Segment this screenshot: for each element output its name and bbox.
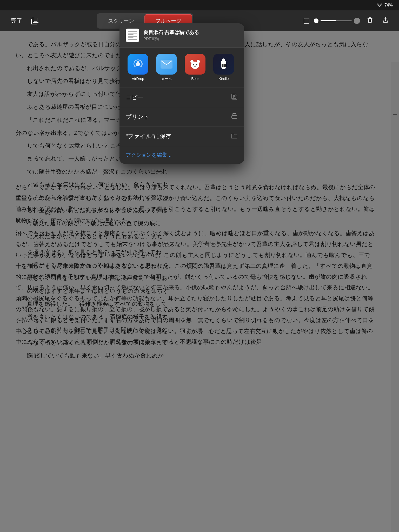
- bear-icon-bg: [185, 54, 205, 75]
- app-icon-mail[interactable]: メール: [152, 54, 181, 81]
- slider-thumb-left: [314, 18, 318, 23]
- mail-label: メール: [161, 77, 172, 81]
- save-files-action[interactable]: "ファイル"に保存: [119, 127, 244, 146]
- app-icons-row: AirDrop メール: [119, 48, 244, 88]
- copy-label: コピー: [126, 94, 143, 101]
- copy-icon: [231, 93, 238, 102]
- app-icon-bear[interactable]: Bear: [181, 54, 209, 81]
- doc-icon-line-3: [128, 34, 134, 35]
- zoom-slider[interactable]: [314, 18, 360, 24]
- svg-point-6: [193, 64, 194, 65]
- svg-point-7: [196, 64, 197, 65]
- edit-actions-link[interactable]: アクションを編集...: [126, 152, 172, 158]
- doc-icon-lines: [128, 31, 137, 40]
- svg-point-8: [194, 66, 196, 67]
- slider-track: [321, 20, 352, 21]
- print-action[interactable]: プリント: [119, 107, 244, 127]
- doc-title: 夏目漱石 吾輩は猫である: [143, 29, 199, 36]
- done-button[interactable]: 完了: [8, 15, 25, 27]
- doc-icon-line-4: [128, 36, 137, 37]
- app-icon-kindle[interactable]: Kindle: [209, 54, 238, 81]
- bear-label: Bear: [191, 77, 199, 81]
- mail-symbol-icon: [160, 59, 173, 69]
- svg-rect-2: [161, 60, 172, 68]
- svg-point-5: [197, 60, 200, 63]
- doc-header: 夏目漱石 吾輩は猫である PDF書類: [119, 23, 244, 48]
- airdrop-symbol-icon: [132, 58, 144, 70]
- kindle-icon-bg: [213, 54, 234, 75]
- delete-button[interactable]: [364, 14, 376, 27]
- svg-rect-0: [304, 18, 309, 23]
- wifi-icon: [377, 3, 382, 7]
- doc-icon-line-2: [128, 33, 137, 34]
- mail-icon-bg: [156, 54, 177, 75]
- doc-icon-line-1: [128, 31, 137, 32]
- doc-icon-line-5: [128, 37, 134, 38]
- bear-symbol-icon: [189, 58, 201, 70]
- slider-fill: [321, 20, 336, 21]
- page-icon: [303, 18, 310, 24]
- airdrop-icon-bg: [128, 54, 148, 75]
- doc-icon: [126, 29, 139, 42]
- toolbar-right: [303, 14, 391, 27]
- crop-icon[interactable]: [31, 17, 39, 25]
- doc-subtitle: PDF書類: [143, 36, 199, 41]
- status-icons: 74%: [377, 3, 393, 8]
- app-icon-airdrop[interactable]: AirDrop: [124, 54, 152, 81]
- svg-point-4: [190, 60, 194, 63]
- battery-indicator: 74%: [384, 3, 393, 8]
- doc-title-block: 夏目漱石 吾輩は猫である PDF書類: [143, 29, 199, 41]
- svg-point-17: [236, 117, 237, 117]
- slider-thumb-right: [354, 18, 360, 24]
- edit-actions: アクションを編集...: [119, 146, 244, 164]
- doc-icon-line-6: [128, 39, 137, 40]
- svg-point-1: [136, 62, 140, 66]
- copy-action[interactable]: コピー: [119, 88, 244, 107]
- status-bar: 74%: [0, 0, 399, 10]
- svg-rect-13: [232, 94, 236, 99]
- print-label: プリント: [126, 113, 150, 121]
- airdrop-label: AirDrop: [132, 77, 144, 81]
- save-files-label: "ファイル"に保存: [126, 132, 171, 140]
- save-files-icon: [231, 132, 238, 141]
- print-icon: [231, 112, 238, 121]
- kindle-label: Kindle: [219, 77, 229, 81]
- kindle-symbol-icon: [219, 58, 228, 70]
- share-button[interactable]: [380, 14, 391, 27]
- share-sheet: 夏目漱石 吾輩は猫である PDF書類 AirDrop: [119, 23, 244, 164]
